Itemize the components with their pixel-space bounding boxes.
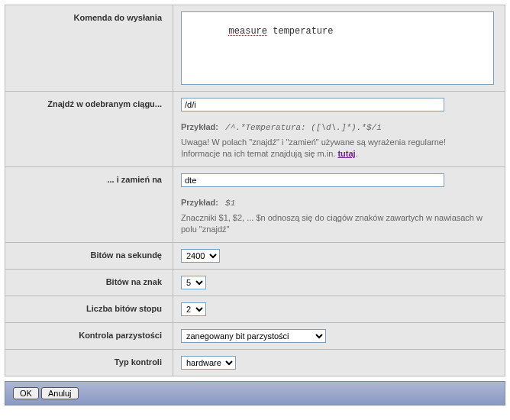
stopbits-select[interactable]: 2 bbox=[181, 302, 206, 316]
row-find: Znajdź w odebranym ciągu... Przykład: /^… bbox=[5, 92, 505, 167]
replace-note: Znaczniki $1, $2, ... $n odnoszą się do … bbox=[181, 212, 497, 236]
row-parity: Kontrola parzystości zanegowany bit parz… bbox=[5, 322, 505, 349]
settings-form: Komenda do wysłania measure temperature … bbox=[5, 5, 505, 376]
replace-example-value: $1 bbox=[225, 199, 235, 208]
regex-help-link[interactable]: tutaj bbox=[337, 149, 355, 158]
databits-select[interactable]: 5 bbox=[181, 276, 206, 289]
parity-select[interactable]: zanegowany bit parzystości bbox=[181, 329, 326, 343]
label-find: Znajdź w odebranym ciągu... bbox=[5, 92, 173, 167]
row-command: Komenda do wysłania measure temperature bbox=[5, 5, 505, 92]
find-warning: Uwaga! W polach "znajdź" i "zamień" używ… bbox=[181, 137, 497, 160]
label-stopbits: Liczba bitów stopu bbox=[5, 296, 173, 322]
cancel-button[interactable]: Anuluj bbox=[41, 387, 79, 399]
label-replace: ... i zamień na bbox=[5, 166, 173, 242]
label-parity: Kontrola parzystości bbox=[5, 322, 173, 349]
button-bar: OK Anuluj bbox=[5, 381, 505, 405]
baud-select[interactable]: 2400 bbox=[181, 249, 220, 263]
replace-example-label: Przykład: bbox=[181, 198, 218, 207]
flow-select[interactable]: hardware bbox=[181, 356, 236, 370]
find-example-value: /^.*Temperatura: ([\d\.]*).*$/i bbox=[225, 123, 382, 132]
find-input[interactable] bbox=[181, 98, 444, 111]
row-baud: Bitów na sekundę 2400 bbox=[5, 242, 505, 269]
label-databits: Bitów na znak bbox=[5, 269, 173, 296]
row-stopbits: Liczba bitów stopu 2 bbox=[5, 296, 505, 322]
command-textarea[interactable]: measure temperature bbox=[181, 11, 494, 85]
row-databits: Bitów na znak 5 bbox=[5, 269, 505, 296]
find-example-label: Przykład: bbox=[181, 122, 218, 131]
replace-input[interactable] bbox=[181, 173, 444, 187]
row-flow: Typ kontroli hardware bbox=[5, 349, 505, 376]
row-replace: ... i zamień na Przykład: $1 Znaczniki $… bbox=[5, 166, 505, 242]
label-flow: Typ kontroli bbox=[5, 349, 173, 376]
label-baud: Bitów na sekundę bbox=[5, 242, 173, 269]
label-command: Komenda do wysłania bbox=[5, 5, 173, 92]
ok-button[interactable]: OK bbox=[13, 387, 39, 399]
